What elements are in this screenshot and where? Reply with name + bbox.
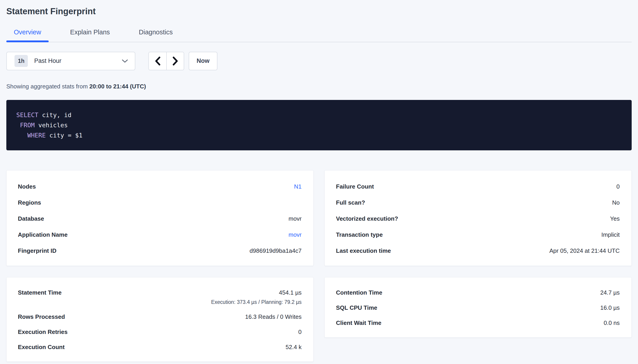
row-value: 0 [616,183,620,190]
row-value: Yes [610,215,620,222]
details-card-left: Nodes N1 Regions Database movr Applicati… [6,170,314,266]
row-label: Vectorized execution? [336,215,398,222]
time-nav-group [148,52,184,70]
row-value: Implicit [601,231,620,238]
stats-card-right: Contention Time 24.7 µs SQL CPU Time 16.… [324,277,632,338]
table-row: Rows Processed 16.3 Reads / 0 Writes [18,313,302,320]
sql-line: SELECT city, id [16,110,622,120]
row-label: Execution Retries [18,328,68,336]
row-value: 16.3 Reads / 0 Writes [245,313,302,320]
row-value: 16.0 µs [600,304,620,311]
time-range-label: Past Hour [34,58,122,64]
row-label: SQL CPU Time [336,304,377,311]
table-row: Database movr [18,215,302,222]
table-row: Vectorized execution? Yes [336,215,620,222]
row-value: 52.4 k [286,344,302,351]
sql-text: vehicles [35,122,68,129]
row-value: 0 [298,328,302,336]
stats-card-left: Statement Time 454.1 µs Execution: 373.4… [6,277,314,362]
sql-text: city = $1 [46,132,83,139]
next-time-button[interactable] [166,52,184,70]
fingerprint-id-value: d986919d9ba1a4c7 [250,247,302,254]
tab-bar: Overview Explain Plans Diagnostics [6,28,632,42]
sql-text: city, id [39,112,72,118]
sql-keyword: WHERE [27,132,46,139]
stats-summary-prefix: Showing aggregated stats from [6,83,89,90]
sql-indent [16,132,27,139]
sql-keyword: FROM [20,122,35,129]
row-label: Client Wait Time [336,320,381,326]
time-range-dropdown[interactable]: 1h Past Hour [6,52,135,70]
table-row: Failure Count 0 [336,183,620,190]
sql-line: WHERE city = $1 [16,130,622,140]
interval-badge: 1h [15,55,28,67]
chevron-left-icon [155,56,161,66]
sql-keyword: SELECT [16,112,39,118]
row-label: Database [18,215,44,222]
nodes-link[interactable]: N1 [294,183,302,190]
row-label: Rows Processed [18,313,65,320]
row-label: Transaction type [336,231,383,238]
row-value: 24.7 µs [600,289,620,296]
table-row: Nodes N1 [18,183,302,190]
table-row: Transaction type Implicit [336,231,620,238]
sql-line: FROM vehicles [16,120,622,130]
summary-cards: Nodes N1 Regions Database movr Applicati… [6,170,632,362]
row-label: Regions [18,199,41,206]
chevron-right-icon [172,56,178,66]
page-title: Statement Fingerprint [6,6,632,17]
now-button[interactable]: Now [189,52,217,70]
table-row: SQL CPU Time 16.0 µs [336,304,620,311]
time-toolbar: 1h Past Hour Now [6,52,632,70]
sql-statement-box: SELECT city, id FROM vehicles WHERE city… [6,100,632,150]
statement-time-value-block: 454.1 µs Execution: 373.4 µs / Planning:… [211,289,302,305]
row-label: Failure Count [336,183,374,190]
row-label: Application Name [18,231,68,238]
row-label: Last execution time [336,247,391,254]
table-row: Full scan? No [336,199,620,206]
prev-time-button[interactable] [149,52,166,70]
row-value: 0.0 ns [603,320,620,326]
table-row: Last execution time Apr 05, 2024 at 21:4… [336,247,620,254]
table-row: Statement Time 454.1 µs Execution: 373.4… [18,289,302,305]
details-card-right: Failure Count 0 Full scan? No Vectorized… [324,170,632,266]
table-row: Contention Time 24.7 µs [336,289,620,296]
row-label: Nodes [18,183,36,190]
statement-fingerprint-page: Statement Fingerprint Overview Explain P… [0,0,638,362]
row-value: No [612,199,620,206]
tab-diagnostics[interactable]: Diagnostics [132,28,180,42]
table-row: Client Wait Time 0.0 ns [336,320,620,326]
stats-summary-range: 20:00 to 21:44 (UTC) [89,83,146,90]
table-row: Execution Count 52.4 k [18,344,302,351]
table-row: Fingerprint ID d986919d9ba1a4c7 [18,247,302,254]
chevron-down-icon [122,59,128,63]
tab-explain-plans[interactable]: Explain Plans [63,28,117,42]
table-row: Regions [18,199,302,206]
row-label: Execution Count [18,344,65,351]
row-value: movr [288,215,302,222]
statement-time-breakdown: Execution: 373.4 µs / Planning: 79.2 µs [211,299,302,305]
tab-overview[interactable]: Overview [6,28,49,42]
aggregated-stats-summary: Showing aggregated stats from 20:00 to 2… [6,83,632,90]
table-row: Execution Retries 0 [18,328,302,336]
row-value: 454.1 µs [211,289,302,296]
row-label: Statement Time [18,289,62,296]
application-name-link[interactable]: movr [288,231,302,238]
row-label: Contention Time [336,289,382,296]
last-execution-time-value: Apr 05, 2024 at 21:44 UTC [549,247,620,254]
row-label: Full scan? [336,199,365,206]
row-label: Fingerprint ID [18,247,56,254]
table-row: Application Name movr [18,231,302,238]
sql-indent [16,122,20,129]
